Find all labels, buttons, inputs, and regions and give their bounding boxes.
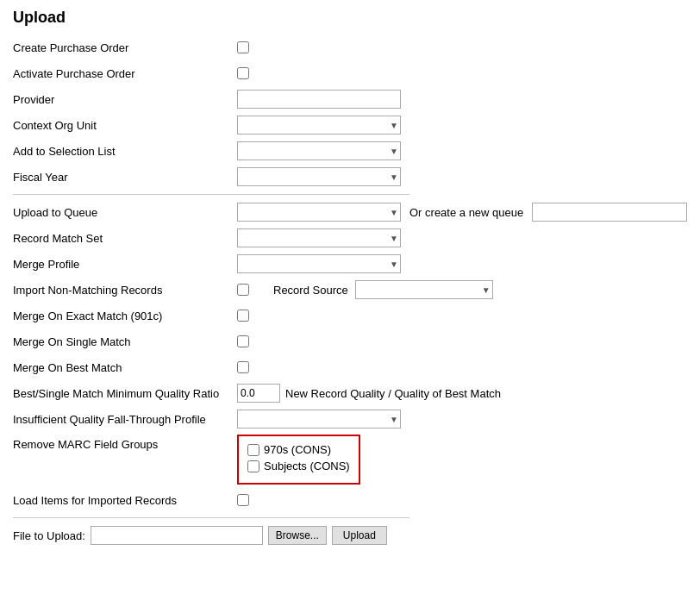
- divider-1: [13, 194, 409, 195]
- file-path-input[interactable]: [91, 526, 263, 545]
- file-upload-row: File to Upload: Browse... Upload: [13, 525, 687, 546]
- page-title: Upload: [13, 9, 687, 27]
- merge-profile-row: Merge Profile ▼: [13, 253, 687, 274]
- provider-label: Provider: [13, 93, 237, 106]
- insufficient-quality-select[interactable]: [237, 410, 401, 428]
- add-to-selection-list-label: Add to Selection List: [13, 145, 237, 158]
- fiscal-year-select-wrap: ▼: [237, 167, 401, 186]
- remove-marc-field-groups-label: Remove MARC Field Groups: [13, 435, 237, 451]
- record-match-set-select-wrap: ▼: [237, 228, 401, 247]
- best-single-quality-row: Best/Single Match Minimum Quality Ratio …: [13, 383, 687, 403]
- marc-subjects-checkbox[interactable]: [247, 460, 259, 472]
- merge-profile-label: Merge Profile: [13, 258, 237, 271]
- merge-exact-match-label: Merge On Exact Match (901c): [13, 310, 237, 322]
- browse-button[interactable]: Browse...: [268, 526, 327, 545]
- insufficient-quality-label: Insufficient Quality Fall-Through Profil…: [13, 413, 237, 426]
- insufficient-quality-select-wrap: ▼: [237, 410, 401, 428]
- file-to-upload-label: File to Upload:: [13, 529, 85, 542]
- record-match-set-row: Record Match Set ▼: [13, 228, 687, 248]
- record-match-set-select[interactable]: [237, 228, 401, 247]
- context-org-unit-select-wrap: ▼: [237, 116, 401, 134]
- marc-970s-checkbox[interactable]: [247, 444, 259, 456]
- merge-exact-match-row: Merge On Exact Match (901c): [13, 305, 687, 326]
- record-source-select-wrap: ▼: [355, 280, 493, 299]
- merge-best-match-checkbox[interactable]: [237, 361, 249, 373]
- merge-exact-match-checkbox[interactable]: [237, 310, 249, 322]
- create-po-checkbox[interactable]: [237, 41, 249, 53]
- insufficient-quality-row: Insufficient Quality Fall-Through Profil…: [13, 409, 687, 429]
- create-po-label: Create Purchase Order: [13, 41, 237, 54]
- load-items-row: Load Items for Imported Records: [13, 490, 687, 510]
- merge-single-match-checkbox[interactable]: [237, 335, 249, 347]
- record-source-label: Record Source: [273, 284, 348, 297]
- add-to-selection-list-select-wrap: ▼: [237, 141, 401, 160]
- fiscal-year-select[interactable]: [237, 167, 401, 186]
- activate-po-row: Activate Purchase Order: [13, 63, 687, 84]
- record-match-set-label: Record Match Set: [13, 232, 237, 245]
- new-queue-input[interactable]: [532, 203, 687, 222]
- merge-single-match-row: Merge On Single Match: [13, 331, 687, 352]
- activate-po-label: Activate Purchase Order: [13, 67, 237, 80]
- marc-subjects-label: Subjects (CONS): [264, 460, 350, 472]
- provider-input[interactable]: [237, 90, 401, 109]
- upload-to-queue-row: Upload to Queue ▼ Or create a new queue: [13, 202, 687, 222]
- provider-row: Provider: [13, 89, 687, 109]
- marc-subjects-row: Subjects (CONS): [247, 460, 350, 472]
- create-po-row: Create Purchase Order: [13, 37, 687, 58]
- divider-2: [13, 517, 409, 518]
- upload-button[interactable]: Upload: [332, 526, 387, 545]
- or-create-new-queue-label: Or create a new queue: [409, 206, 523, 219]
- merge-profile-select[interactable]: [237, 254, 401, 273]
- merge-best-match-row: Merge On Best Match: [13, 357, 687, 378]
- quality-ratio-input[interactable]: [237, 384, 280, 403]
- activate-po-checkbox[interactable]: [237, 67, 249, 79]
- best-single-quality-label: Best/Single Match Minimum Quality Ratio: [13, 387, 237, 400]
- record-source-select[interactable]: [355, 280, 493, 299]
- marc-field-groups-box: 970s (CONS) Subjects (CONS): [237, 435, 360, 485]
- upload-to-queue-label: Upload to Queue: [13, 206, 237, 219]
- marc-970s-row: 970s (CONS): [247, 443, 350, 456]
- new-record-quality-label: New Record Quality / Quality of Best Mat…: [285, 387, 501, 400]
- remove-marc-field-groups-row: Remove MARC Field Groups 970s (CONS) Sub…: [13, 435, 687, 485]
- context-org-unit-label: Context Org Unit: [13, 119, 237, 132]
- fiscal-year-label: Fiscal Year: [13, 171, 237, 184]
- merge-profile-select-wrap: ▼: [237, 254, 401, 273]
- marc-970s-label: 970s (CONS): [264, 443, 331, 456]
- fiscal-year-row: Fiscal Year ▼: [13, 166, 687, 187]
- merge-best-match-label: Merge On Best Match: [13, 361, 237, 374]
- add-to-selection-list-select[interactable]: [237, 141, 401, 160]
- load-items-checkbox[interactable]: [237, 494, 249, 506]
- add-to-selection-list-row: Add to Selection List ▼: [13, 141, 687, 161]
- import-non-matching-row: Import Non-Matching Records Record Sourc…: [13, 279, 687, 300]
- context-org-unit-select[interactable]: [237, 116, 401, 134]
- upload-to-queue-select-wrap: ▼: [237, 203, 401, 222]
- upload-to-queue-select[interactable]: [237, 203, 401, 222]
- context-org-unit-row: Context Org Unit ▼: [13, 115, 687, 135]
- load-items-label: Load Items for Imported Records: [13, 494, 237, 507]
- merge-single-match-label: Merge On Single Match: [13, 335, 237, 348]
- import-non-matching-checkbox[interactable]: [237, 284, 249, 296]
- import-non-matching-label: Import Non-Matching Records: [13, 284, 237, 297]
